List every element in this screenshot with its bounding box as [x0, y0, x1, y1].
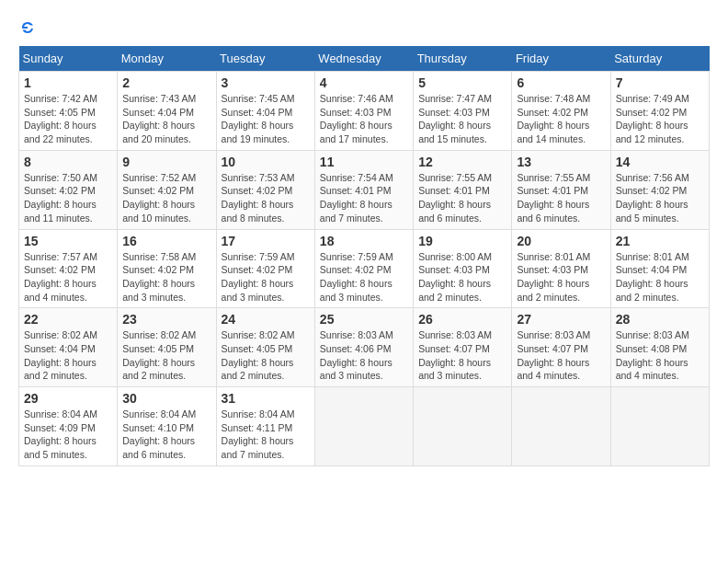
day-number: 8	[24, 155, 112, 169]
day-cell-30: 30 Sunrise: 8:04 AMSunset: 4:10 PMDaylig…	[118, 387, 216, 466]
day-cell-5: 5 Sunrise: 7:47 AMSunset: 4:03 PMDayligh…	[414, 72, 512, 151]
day-info: Sunrise: 7:57 AMSunset: 4:02 PMDaylight:…	[24, 250, 112, 304]
day-header-tuesday: Tuesday	[216, 46, 314, 72]
day-info: Sunrise: 7:54 AMSunset: 4:01 PMDaylight:…	[320, 171, 408, 225]
empty-cell	[414, 387, 512, 466]
day-header-wednesday: Wednesday	[314, 46, 413, 72]
day-number: 23	[122, 312, 210, 327]
calendar-week-2: 8 Sunrise: 7:50 AMSunset: 4:02 PMDayligh…	[19, 150, 710, 229]
day-info: Sunrise: 7:53 AMSunset: 4:02 PMDaylight:…	[222, 171, 310, 225]
day-number: 16	[122, 234, 210, 248]
day-cell-12: 12 Sunrise: 7:55 AMSunset: 4:01 PMDaylig…	[414, 150, 512, 229]
day-cell-8: 8 Sunrise: 7:50 AMSunset: 4:02 PMDayligh…	[19, 150, 118, 229]
day-info: Sunrise: 7:56 AMSunset: 4:02 PMDaylight:…	[616, 171, 704, 225]
day-info: Sunrise: 8:03 AMSunset: 4:07 PMDaylight:…	[418, 328, 506, 383]
day-cell-13: 13 Sunrise: 7:55 AMSunset: 4:01 PMDaylig…	[512, 150, 610, 229]
calendar-week-5: 29 Sunrise: 8:04 AMSunset: 4:09 PMDaylig…	[19, 387, 710, 466]
day-number: 11	[320, 155, 408, 169]
day-info: Sunrise: 7:59 AMSunset: 4:02 PMDaylight:…	[222, 250, 310, 304]
day-info: Sunrise: 8:04 AMSunset: 4:11 PMDaylight:…	[222, 408, 310, 462]
day-info: Sunrise: 7:48 AMSunset: 4:02 PMDaylight:…	[517, 92, 605, 146]
day-cell-21: 21 Sunrise: 8:01 AMSunset: 4:04 PMDaylig…	[610, 229, 709, 308]
day-cell-15: 15 Sunrise: 7:57 AMSunset: 4:02 PMDaylig…	[19, 229, 118, 308]
day-info: Sunrise: 8:03 AMSunset: 4:06 PMDaylight:…	[320, 328, 408, 383]
day-cell-2: 2 Sunrise: 7:43 AMSunset: 4:04 PMDayligh…	[118, 72, 216, 151]
day-number: 30	[122, 391, 210, 406]
day-number: 29	[24, 391, 112, 406]
day-info: Sunrise: 8:03 AMSunset: 4:07 PMDaylight:…	[517, 328, 605, 383]
day-cell-7: 7 Sunrise: 7:49 AMSunset: 4:02 PMDayligh…	[610, 72, 709, 151]
day-number: 12	[418, 155, 506, 169]
day-number: 21	[616, 234, 704, 248]
day-cell-23: 23 Sunrise: 8:02 AMSunset: 4:05 PMDaylig…	[118, 308, 216, 387]
day-cell-3: 3 Sunrise: 7:45 AMSunset: 4:04 PMDayligh…	[216, 72, 314, 151]
day-number: 17	[222, 234, 310, 248]
day-cell-28: 28 Sunrise: 8:03 AMSunset: 4:08 PMDaylig…	[610, 308, 709, 387]
day-number: 9	[122, 155, 210, 169]
day-info: Sunrise: 8:01 AMSunset: 4:03 PMDaylight:…	[517, 250, 605, 304]
day-cell-20: 20 Sunrise: 8:01 AMSunset: 4:03 PMDaylig…	[512, 229, 610, 308]
day-number: 5	[418, 75, 506, 90]
day-number: 10	[222, 155, 310, 169]
day-number: 27	[517, 312, 605, 327]
day-cell-9: 9 Sunrise: 7:52 AMSunset: 4:02 PMDayligh…	[118, 150, 216, 229]
day-number: 14	[616, 155, 704, 169]
day-cell-17: 17 Sunrise: 7:59 AMSunset: 4:02 PMDaylig…	[216, 229, 314, 308]
empty-cell	[610, 387, 709, 466]
day-number: 24	[222, 312, 310, 327]
day-cell-19: 19 Sunrise: 8:00 AMSunset: 4:03 PMDaylig…	[414, 229, 512, 308]
day-info: Sunrise: 7:46 AMSunset: 4:03 PMDaylight:…	[320, 92, 408, 146]
day-cell-14: 14 Sunrise: 7:56 AMSunset: 4:02 PMDaylig…	[610, 150, 709, 229]
day-cell-1: 1 Sunrise: 7:42 AMSunset: 4:05 PMDayligh…	[19, 72, 118, 151]
day-info: Sunrise: 7:52 AMSunset: 4:02 PMDaylight:…	[122, 171, 210, 225]
day-info: Sunrise: 7:47 AMSunset: 4:03 PMDaylight:…	[418, 92, 506, 146]
day-info: Sunrise: 8:00 AMSunset: 4:03 PMDaylight:…	[418, 250, 506, 304]
day-number: 7	[616, 75, 704, 90]
day-number: 31	[222, 391, 310, 406]
header-row: SundayMondayTuesdayWednesdayThursdayFrid…	[19, 46, 710, 72]
day-number: 13	[517, 155, 605, 169]
day-cell-4: 4 Sunrise: 7:46 AMSunset: 4:03 PMDayligh…	[314, 72, 413, 151]
calendar-table: SundayMondayTuesdayWednesdayThursdayFrid…	[18, 46, 710, 466]
logo	[18, 18, 40, 37]
day-info: Sunrise: 8:02 AMSunset: 4:05 PMDaylight:…	[122, 328, 210, 383]
day-cell-11: 11 Sunrise: 7:54 AMSunset: 4:01 PMDaylig…	[314, 150, 413, 229]
day-info: Sunrise: 8:04 AMSunset: 4:09 PMDaylight:…	[24, 408, 112, 462]
day-cell-31: 31 Sunrise: 8:04 AMSunset: 4:11 PMDaylig…	[216, 387, 314, 466]
empty-cell	[314, 387, 413, 466]
day-info: Sunrise: 8:01 AMSunset: 4:04 PMDaylight:…	[616, 250, 704, 304]
day-cell-27: 27 Sunrise: 8:03 AMSunset: 4:07 PMDaylig…	[512, 308, 610, 387]
empty-cell	[512, 387, 610, 466]
day-number: 1	[24, 75, 112, 90]
day-info: Sunrise: 7:55 AMSunset: 4:01 PMDaylight:…	[517, 171, 605, 225]
day-cell-10: 10 Sunrise: 7:53 AMSunset: 4:02 PMDaylig…	[216, 150, 314, 229]
day-number: 2	[122, 75, 210, 90]
day-header-thursday: Thursday	[414, 46, 512, 72]
day-info: Sunrise: 8:02 AMSunset: 4:04 PMDaylight:…	[24, 328, 112, 383]
day-cell-6: 6 Sunrise: 7:48 AMSunset: 4:02 PMDayligh…	[512, 72, 610, 151]
day-header-friday: Friday	[512, 46, 610, 72]
day-info: Sunrise: 8:02 AMSunset: 4:05 PMDaylight:…	[222, 328, 310, 383]
calendar-week-1: 1 Sunrise: 7:42 AMSunset: 4:05 PMDayligh…	[19, 72, 710, 151]
day-cell-18: 18 Sunrise: 7:59 AMSunset: 4:02 PMDaylig…	[314, 229, 413, 308]
day-number: 19	[418, 234, 506, 248]
day-header-saturday: Saturday	[610, 46, 709, 72]
day-info: Sunrise: 7:58 AMSunset: 4:02 PMDaylight:…	[122, 250, 210, 304]
logo-icon	[18, 18, 37, 37]
day-info: Sunrise: 7:55 AMSunset: 4:01 PMDaylight:…	[418, 171, 506, 225]
calendar-week-3: 15 Sunrise: 7:57 AMSunset: 4:02 PMDaylig…	[19, 229, 710, 308]
day-info: Sunrise: 7:43 AMSunset: 4:04 PMDaylight:…	[122, 92, 210, 146]
day-cell-29: 29 Sunrise: 8:04 AMSunset: 4:09 PMDaylig…	[19, 387, 118, 466]
day-header-sunday: Sunday	[19, 46, 118, 72]
day-number: 25	[320, 312, 408, 327]
day-number: 6	[517, 75, 605, 90]
calendar-week-4: 22 Sunrise: 8:02 AMSunset: 4:04 PMDaylig…	[19, 308, 710, 387]
day-number: 22	[24, 312, 112, 327]
day-number: 20	[517, 234, 605, 248]
day-info: Sunrise: 7:50 AMSunset: 4:02 PMDaylight:…	[24, 171, 112, 225]
day-number: 28	[616, 312, 704, 327]
day-cell-26: 26 Sunrise: 8:03 AMSunset: 4:07 PMDaylig…	[414, 308, 512, 387]
day-number: 3	[222, 75, 310, 90]
day-cell-22: 22 Sunrise: 8:02 AMSunset: 4:04 PMDaylig…	[19, 308, 118, 387]
page-header	[18, 18, 710, 37]
